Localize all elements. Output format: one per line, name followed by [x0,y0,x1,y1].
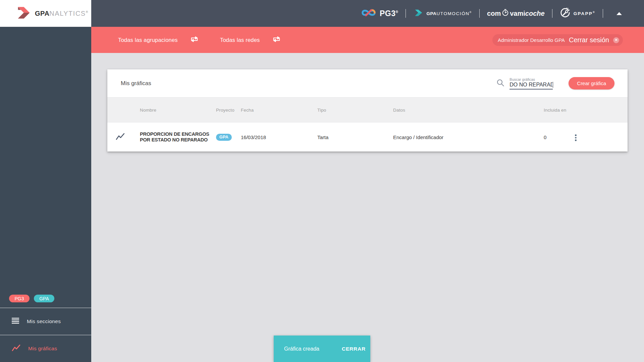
top-bar: PG3® GPAUTOMOCIÓN® com vamicoche [91,0,644,27]
mis-graficas-card: Mis gráficas Buscar gráficas Crear gráfi… [107,69,628,152]
line-chart-icon [12,344,20,353]
swap-icon [272,36,281,44]
included-in-cell: 0 [544,134,570,140]
compravamicoche-coche: coche [525,10,545,17]
compravamicoche-logo[interactable]: com vamicoche [487,9,545,18]
sidebar-badges: PG3 GPA [0,295,91,308]
sidebar-item-label: Mis secciones [27,318,61,324]
col-header-datos: Datos [393,108,544,113]
filter-redes[interactable]: Todas las redes [220,27,281,53]
date-cell: 16/03/2018 [241,134,317,140]
table-row[interactable]: PROPORCION DE ENCARGOS POR ESTADO NO REP… [107,123,628,152]
col-header-tipo: Tipo [317,108,393,113]
sections-icon [12,318,19,325]
project-badge: GPA [216,134,232,141]
filter-agrupaciones[interactable]: Todas las agrupaciones [118,27,199,53]
pg3-label: PG3® [380,9,398,18]
search-field-label: Buscar gráficas [509,77,553,81]
badge-gpa[interactable]: GPA [34,295,54,302]
badge-pg3[interactable]: PG3 [9,295,30,302]
filter-bar: Todas las agrupaciones Todas las redes A… [91,27,644,53]
search-icon[interactable] [496,78,505,88]
user-name: Administrador Desarrollo GPA [498,37,569,43]
type-cell: Tarta [317,134,393,140]
text-caret [553,82,553,88]
sidebar-item-mis-graficas[interactable]: Mis gráficas [0,335,91,362]
pg3-logo[interactable]: PG3® [361,7,398,19]
compravamicoche-vami: vami [510,10,525,17]
divider [406,9,406,18]
gpapp-label: GPAPP® [574,11,595,16]
compravamicoche-com: com [487,10,501,17]
divider [603,9,603,18]
swap-icon [190,36,199,44]
logout-button[interactable]: Cerrar sesión [569,36,609,44]
pg3-infinity-icon [361,7,376,19]
table-header: Nombre Proyecto Fecha Tipo Datos Incluid… [107,97,628,123]
page-title: Mis gráficas [121,80,496,87]
gpautomocion-arrow-icon [413,8,423,19]
card-header: Mis gráficas Buscar gráficas Crear gráfi… [107,69,628,97]
gpautomocion-logo[interactable]: GPAUTOMOCIÓN® [413,8,472,19]
app: { "branding": { "sidebar_logo": { "gpa":… [0,0,644,362]
snackbar-close-button[interactable]: CERRAR [342,346,366,352]
search-input[interactable] [509,82,553,89]
sidebar-item-mis-secciones[interactable]: Mis secciones [0,308,91,335]
close-session-icon[interactable]: ✕ [613,37,619,43]
sidebar-item-label: Mis gráficas [28,346,57,352]
col-header-nombre: Nombre [140,108,216,113]
filter-agrupaciones-label: Todas las agrupaciones [118,37,178,43]
snackbar: Gráfica creada CERRAR [274,336,370,362]
col-header-fecha: Fecha [241,108,317,113]
chart-name: PROPORCION DE ENCARGOS POR ESTADO NO REP… [140,131,211,143]
stopwatch-icon [501,9,510,18]
kebab-menu-icon[interactable] [572,132,580,143]
gpautomocion-label: GPAUTOMOCIÓN® [426,11,472,16]
filter-redes-label: Todas las redes [220,37,260,43]
divider [479,9,480,18]
row-actions [570,131,628,143]
snackbar-message: Gráfica creada [284,346,342,352]
collapse-up-icon[interactable] [616,12,622,15]
sidebar-bottom-section: PG3 GPA Mis secciones Mis gráficas [0,295,91,362]
project-cell: GPA [216,134,241,141]
search-cluster: Buscar gráficas Crear gráfica [496,77,614,89]
user-session-chip: Administrador Desarrollo GPA Cerrar sesi… [492,34,623,46]
col-header-incluida-en: Incluida en [544,108,570,113]
gpapp-logo[interactable]: GPAPP® [560,7,595,19]
brand-logo-box: GPANALYTICS® [0,0,91,27]
gpanalytics-wordmark: GPANALYTICS® [35,10,88,17]
data-cell: Encargo / Identificador [393,134,544,140]
col-header-proyecto: Proyecto [216,108,241,113]
line-chart-icon [107,133,140,142]
search-field: Buscar gráficas [509,77,553,89]
gpanalytics-logo-icon [15,5,31,22]
sidebar: PG3 GPA Mis secciones Mis gráficas [0,27,91,362]
divider [552,9,552,18]
gpapp-wrench-icon [560,7,571,19]
create-chart-button[interactable]: Crear gráfica [569,77,614,89]
